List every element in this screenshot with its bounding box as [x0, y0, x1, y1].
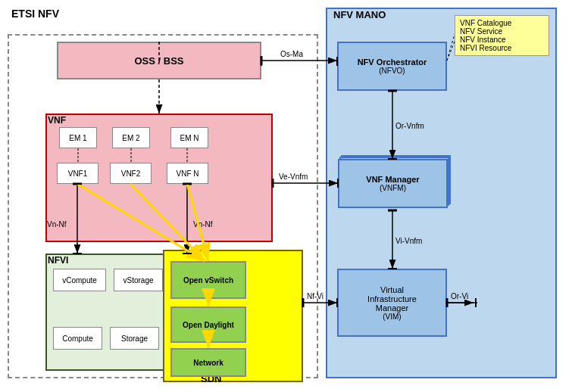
catalogue-line1: VNF Catalogue: [460, 19, 544, 27]
em2-label: EM 2: [122, 134, 139, 142]
emN-label: EM N: [180, 134, 199, 142]
storage-label: Storage: [121, 334, 148, 343]
nfvo-label1: NFV Orchestrator: [358, 58, 427, 67]
vnfm-label2: (VNFM): [380, 184, 406, 192]
vcompute-box: vCompute: [53, 269, 106, 291]
vstorage-label: vStorage: [123, 276, 153, 285]
vnf1-label: VNF1: [68, 170, 88, 178]
vstorage-box: vStorage: [114, 269, 163, 291]
network-label: Network: [193, 359, 223, 367]
vim-label4: (VIM): [383, 313, 401, 321]
nfv-mano-title: NFV MANO: [333, 9, 386, 20]
oss-bss-label: OSS / BSS: [134, 55, 183, 67]
vnf-catalogue-box: VNF Catalogue NFV Service NFV Instance N…: [455, 15, 549, 56]
nfvi-title: NFVI: [48, 255, 68, 266]
vnfN-label: VNF N: [177, 170, 199, 178]
catalogue-line3: NFV Instance: [460, 36, 544, 44]
vim-label1: Virtual: [380, 285, 404, 294]
odl-label: Open Daylight: [183, 321, 234, 329]
vnfm-label1: VNF Manager: [366, 175, 419, 184]
nfvo-box: NFV Orchestrator (NFVO): [337, 42, 447, 91]
compute-box: Compute: [53, 327, 102, 350]
vnf2-box: VNF2: [110, 163, 152, 184]
ovs-box: Open vSwitch: [170, 261, 246, 299]
catalogue-line4: NFVI Resource: [460, 44, 544, 52]
vnf1-box: VNF1: [57, 163, 98, 184]
vim-box: Virtual Infrastructure Manager (VIM): [337, 269, 447, 337]
vnfN-box: VNF N: [167, 163, 208, 184]
vnfm-box: VNF Manager (VNFM): [338, 159, 448, 208]
vim-label2: Infrastructure: [367, 294, 417, 303]
em1-label: EM 1: [69, 134, 86, 142]
vnf-title: VNF: [48, 115, 66, 126]
nfvi-blank-row: [53, 299, 163, 320]
storage-box: Storage: [110, 327, 159, 350]
network-box: Network: [170, 348, 246, 377]
page-title: ETSI NFV: [11, 8, 59, 20]
em2-box: EM 2: [112, 127, 150, 148]
emN-box: EM N: [170, 127, 208, 148]
vim-label3: Manager: [376, 303, 408, 313]
main-container: ETSI NFV NFV MANO VNF Catalogue NFV Serv…: [0, 0, 572, 392]
compute-label: Compute: [62, 334, 93, 343]
vcompute-label: vCompute: [62, 276, 97, 285]
ovs-label: Open vSwitch: [183, 276, 233, 285]
vnf2-label: VNF2: [121, 170, 141, 178]
nfvo-label2: (NFVO): [379, 67, 405, 75]
catalogue-line2: NFV Service: [460, 27, 544, 36]
oss-bss-box: OSS / BSS: [57, 42, 261, 79]
odl-box: Open Daylight: [170, 306, 246, 343]
em1-box: EM 1: [59, 127, 97, 148]
